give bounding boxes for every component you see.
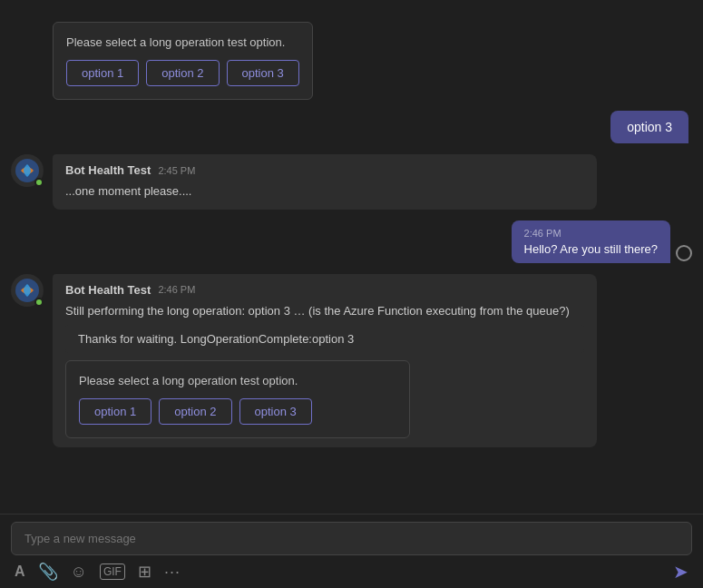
bot-message-content-1: Bot Health Test 2:45 PM ...one moment pl… <box>53 154 597 210</box>
bot-text-2: Still performing the long operation: opt… <box>65 302 584 320</box>
bot-time-1: 2:45 PM <box>158 165 195 176</box>
emoji-icon[interactable]: ☺ <box>71 563 87 582</box>
option1-btn-card1[interactable]: option 1 <box>66 60 139 86</box>
option1-btn-card2[interactable]: option 1 <box>79 398 151 425</box>
bot-avatar-2 <box>11 274 44 307</box>
user-time-hello: 2:46 PM <box>524 228 658 239</box>
send-button[interactable]: ➤ <box>673 561 688 583</box>
option3-btn-card1[interactable]: option 3 <box>227 60 299 86</box>
user-message-hello: 2:46 PM Hello? Are you still there? <box>11 220 692 263</box>
chat-area: Please select a long operation test opti… <box>0 0 703 514</box>
bot-message-content-2: Bot Health Test 2:46 PM Still performing… <box>53 274 597 448</box>
thanks-banner: Thanks for waiting. LongOperationComplet… <box>65 325 584 353</box>
avatar-status-2 <box>34 298 44 307</box>
card-buttons-2: option 1 option 2 option 3 <box>79 398 396 425</box>
format-icon[interactable]: A <box>15 564 25 580</box>
bot-message-1: Bot Health Test 2:45 PM ...one moment pl… <box>11 154 692 210</box>
bot-name-2: Bot Health Test <box>65 283 151 297</box>
user-bubble-hello: 2:46 PM Hello? Are you still there? <box>512 220 670 263</box>
option2-btn-card1[interactable]: option 2 <box>146 60 219 86</box>
bot-text-1: ...one moment please.... <box>65 182 584 201</box>
more-icon[interactable]: ··· <box>164 563 181 582</box>
message-input[interactable] <box>11 522 692 555</box>
option3-btn-card2[interactable]: option 3 <box>239 398 312 425</box>
toolbar: A 📎 ☺ GIF ⊞ ··· ➤ <box>11 555 692 584</box>
card-buttons-1: option 1 option 2 option 3 <box>66 60 299 86</box>
user-text-hello: Hello? Are you still there? <box>524 242 658 256</box>
bot-time-2: 2:46 PM <box>158 284 195 295</box>
bot-message-header-2: Bot Health Test 2:46 PM <box>65 283 584 297</box>
card-prompt-2: Please select a long operation test opti… <box>79 374 396 387</box>
user-message-option3: option 3 <box>11 111 688 143</box>
attach-icon[interactable]: 📎 <box>38 562 58 582</box>
bot-message-header-1: Bot Health Test 2:45 PM <box>65 163 584 177</box>
option2-btn-card2[interactable]: option 2 <box>159 398 231 425</box>
bot-name-1: Bot Health Test <box>65 163 151 177</box>
option-card-1: Please select a long operation test opti… <box>53 22 313 100</box>
gif-icon[interactable]: GIF <box>100 564 125 580</box>
bot-card-message-1: Please select a long operation test opti… <box>11 15 692 100</box>
sticker-icon[interactable]: ⊞ <box>138 562 151 582</box>
option-card-2: Please select a long operation test opti… <box>65 360 410 438</box>
bot-avatar-1 <box>11 154 44 187</box>
user-bubble-option3: option 3 <box>610 111 688 143</box>
card-prompt-1: Please select a long operation test opti… <box>66 35 299 49</box>
bot-message-2: Bot Health Test 2:46 PM Still performing… <box>11 274 692 448</box>
avatar-status-1 <box>34 178 44 187</box>
status-dot <box>676 245 692 261</box>
input-area: A 📎 ☺ GIF ⊞ ··· ➤ <box>0 514 703 588</box>
